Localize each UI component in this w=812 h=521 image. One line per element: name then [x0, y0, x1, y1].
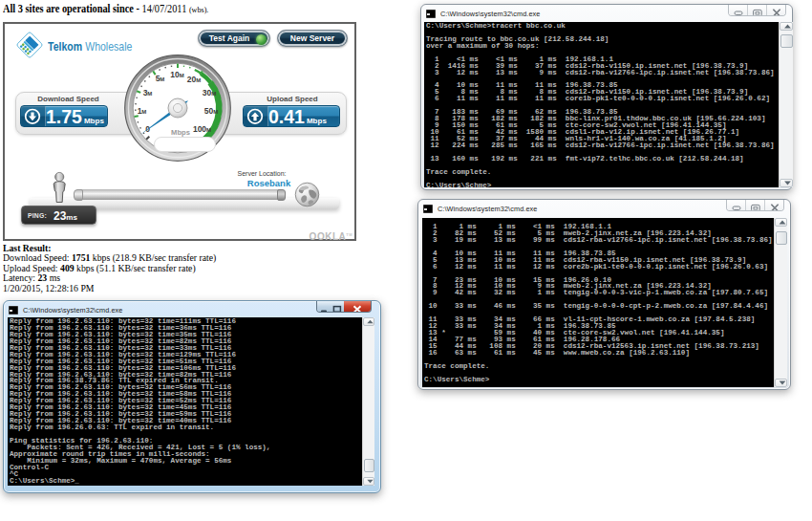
svg-text:Mbps: Mbps	[171, 128, 190, 137]
